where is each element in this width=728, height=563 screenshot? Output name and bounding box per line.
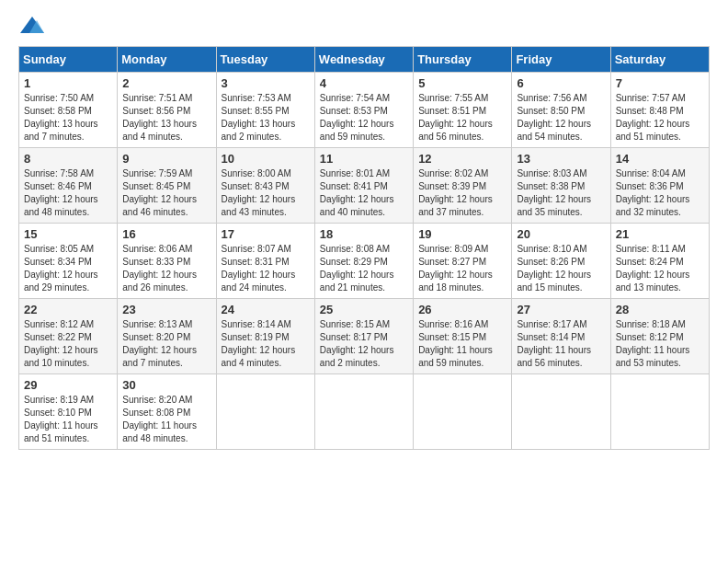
day-number: 15 — [24, 227, 112, 241]
calendar-cell: 8Sunrise: 7:58 AMSunset: 8:46 PMDaylight… — [19, 148, 118, 224]
calendar-cell: 1Sunrise: 7:50 AMSunset: 8:58 PMDaylight… — [19, 73, 118, 148]
day-number: 29 — [24, 378, 112, 392]
day-number: 9 — [122, 152, 210, 166]
cell-details: Sunrise: 8:15 AMSunset: 8:17 PMDaylight:… — [320, 319, 394, 368]
calendar-cell: 13Sunrise: 8:03 AMSunset: 8:38 PMDayligh… — [512, 148, 610, 224]
logo-icon — [18, 15, 46, 37]
day-number: 28 — [616, 303, 704, 316]
cell-details: Sunrise: 8:19 AMSunset: 8:10 PMDaylight:… — [24, 395, 98, 443]
cell-details: Sunrise: 8:12 AMSunset: 8:22 PMDaylight:… — [24, 319, 98, 368]
calendar-cell: 24Sunrise: 8:14 AMSunset: 8:19 PMDayligh… — [216, 299, 314, 374]
calendar-cell: 2Sunrise: 7:51 AMSunset: 8:56 PMDaylight… — [118, 73, 216, 148]
cell-details: Sunrise: 7:51 AMSunset: 8:56 PMDaylight:… — [122, 93, 197, 142]
calendar-cell: 19Sunrise: 8:09 AMSunset: 8:27 PMDayligh… — [414, 224, 512, 299]
day-number: 17 — [222, 227, 310, 241]
day-number: 6 — [517, 76, 605, 90]
day-number: 30 — [122, 378, 210, 392]
calendar-cell: 18Sunrise: 8:08 AMSunset: 8:29 PMDayligh… — [314, 224, 413, 299]
cell-details: Sunrise: 7:58 AMSunset: 8:46 PMDaylight:… — [24, 168, 98, 217]
day-number: 7 — [616, 76, 704, 90]
calendar-cell: 3Sunrise: 7:53 AMSunset: 8:55 PMDaylight… — [216, 73, 314, 148]
cell-details: Sunrise: 8:17 AMSunset: 8:14 PMDaylight:… — [517, 319, 591, 368]
day-number: 8 — [24, 152, 112, 166]
calendar-cell — [216, 374, 314, 450]
calendar-cell — [512, 374, 610, 450]
calendar-cell: 12Sunrise: 8:02 AMSunset: 8:39 PMDayligh… — [414, 148, 512, 224]
day-number: 20 — [517, 227, 605, 241]
cell-details: Sunrise: 8:08 AMSunset: 8:29 PMDaylight:… — [320, 244, 394, 293]
calendar-cell — [414, 374, 512, 450]
calendar-cell: 28Sunrise: 8:18 AMSunset: 8:12 PMDayligh… — [610, 299, 709, 374]
day-number: 5 — [418, 76, 506, 90]
cell-details: Sunrise: 8:01 AMSunset: 8:41 PMDaylight:… — [320, 168, 394, 217]
calendar-cell: 4Sunrise: 7:54 AMSunset: 8:53 PMDaylight… — [314, 73, 413, 148]
calendar-cell: 29Sunrise: 8:19 AMSunset: 8:10 PMDayligh… — [19, 374, 118, 450]
cell-details: Sunrise: 7:56 AMSunset: 8:50 PMDaylight:… — [517, 93, 591, 142]
day-number: 26 — [418, 303, 506, 316]
cell-details: Sunrise: 8:03 AMSunset: 8:38 PMDaylight:… — [517, 168, 591, 217]
day-number: 16 — [122, 227, 210, 241]
cell-details: Sunrise: 8:14 AMSunset: 8:19 PMDaylight:… — [222, 319, 296, 368]
calendar-cell: 14Sunrise: 8:04 AMSunset: 8:36 PMDayligh… — [610, 148, 709, 224]
calendar-cell: 26Sunrise: 8:16 AMSunset: 8:15 PMDayligh… — [414, 299, 512, 374]
cell-details: Sunrise: 7:55 AMSunset: 8:51 PMDaylight:… — [418, 93, 493, 142]
cell-details: Sunrise: 8:16 AMSunset: 8:15 PMDaylight:… — [418, 319, 493, 368]
logo — [18, 15, 50, 37]
cell-details: Sunrise: 8:07 AMSunset: 8:31 PMDaylight:… — [222, 244, 296, 293]
day-number: 18 — [320, 227, 408, 241]
calendar-cell: 11Sunrise: 8:01 AMSunset: 8:41 PMDayligh… — [314, 148, 413, 224]
day-number: 13 — [517, 152, 605, 166]
calendar-cell: 6Sunrise: 7:56 AMSunset: 8:50 PMDaylight… — [512, 73, 610, 148]
calendar-day-header: Monday — [118, 47, 216, 73]
day-number: 21 — [616, 227, 704, 241]
cell-details: Sunrise: 7:54 AMSunset: 8:53 PMDaylight:… — [320, 93, 394, 142]
calendar-cell: 15Sunrise: 8:05 AMSunset: 8:34 PMDayligh… — [19, 224, 118, 299]
calendar-cell: 7Sunrise: 7:57 AMSunset: 8:48 PMDaylight… — [610, 73, 709, 148]
cell-details: Sunrise: 8:10 AMSunset: 8:26 PMDaylight:… — [517, 244, 591, 293]
cell-details: Sunrise: 8:06 AMSunset: 8:33 PMDaylight:… — [122, 244, 197, 293]
calendar-cell: 23Sunrise: 8:13 AMSunset: 8:20 PMDayligh… — [118, 299, 216, 374]
calendar-cell: 9Sunrise: 7:59 AMSunset: 8:45 PMDaylight… — [118, 148, 216, 224]
day-number: 23 — [122, 303, 210, 316]
cell-details: Sunrise: 7:57 AMSunset: 8:48 PMDaylight:… — [616, 93, 690, 142]
calendar-day-header: Tuesday — [216, 47, 314, 73]
calendar-cell: 17Sunrise: 8:07 AMSunset: 8:31 PMDayligh… — [216, 224, 314, 299]
cell-details: Sunrise: 8:05 AMSunset: 8:34 PMDaylight:… — [24, 244, 98, 293]
calendar-cell: 10Sunrise: 8:00 AMSunset: 8:43 PMDayligh… — [216, 148, 314, 224]
day-number: 27 — [517, 303, 605, 316]
calendar-cell: 20Sunrise: 8:10 AMSunset: 8:26 PMDayligh… — [512, 224, 610, 299]
cell-details: Sunrise: 7:50 AMSunset: 8:58 PMDaylight:… — [24, 93, 98, 142]
calendar-cell: 25Sunrise: 8:15 AMSunset: 8:17 PMDayligh… — [314, 299, 413, 374]
calendar-cell — [610, 374, 709, 450]
calendar-cell: 30Sunrise: 8:20 AMSunset: 8:08 PMDayligh… — [118, 374, 216, 450]
day-number: 25 — [320, 303, 408, 316]
calendar-cell — [314, 374, 413, 450]
calendar-cell: 16Sunrise: 8:06 AMSunset: 8:33 PMDayligh… — [118, 224, 216, 299]
cell-details: Sunrise: 8:00 AMSunset: 8:43 PMDaylight:… — [222, 168, 296, 217]
calendar-day-header: Saturday — [610, 47, 709, 73]
day-number: 12 — [418, 152, 506, 166]
day-number: 4 — [320, 76, 408, 90]
cell-details: Sunrise: 8:20 AMSunset: 8:08 PMDaylight:… — [122, 395, 197, 443]
day-number: 14 — [616, 152, 704, 166]
cell-details: Sunrise: 8:11 AMSunset: 8:24 PMDaylight:… — [616, 244, 690, 293]
calendar-table: SundayMondayTuesdayWednesdayThursdayFrid… — [18, 46, 710, 450]
day-number: 24 — [222, 303, 310, 316]
day-number: 1 — [24, 76, 112, 90]
calendar-cell: 5Sunrise: 7:55 AMSunset: 8:51 PMDaylight… — [414, 73, 512, 148]
day-number: 19 — [418, 227, 506, 241]
calendar-day-header: Sunday — [19, 47, 118, 73]
cell-details: Sunrise: 8:09 AMSunset: 8:27 PMDaylight:… — [418, 244, 493, 293]
calendar-cell: 27Sunrise: 8:17 AMSunset: 8:14 PMDayligh… — [512, 299, 610, 374]
calendar-cell: 22Sunrise: 8:12 AMSunset: 8:22 PMDayligh… — [19, 299, 118, 374]
cell-details: Sunrise: 7:59 AMSunset: 8:45 PMDaylight:… — [122, 168, 197, 217]
cell-details: Sunrise: 8:02 AMSunset: 8:39 PMDaylight:… — [418, 168, 493, 217]
cell-details: Sunrise: 8:18 AMSunset: 8:12 PMDaylight:… — [616, 319, 690, 368]
day-number: 11 — [320, 152, 408, 166]
calendar-day-header: Thursday — [414, 47, 512, 73]
cell-details: Sunrise: 8:04 AMSunset: 8:36 PMDaylight:… — [616, 168, 690, 217]
cell-details: Sunrise: 7:53 AMSunset: 8:55 PMDaylight:… — [222, 93, 296, 142]
day-number: 10 — [222, 152, 310, 166]
calendar-cell: 21Sunrise: 8:11 AMSunset: 8:24 PMDayligh… — [610, 224, 709, 299]
day-number: 2 — [122, 76, 210, 90]
